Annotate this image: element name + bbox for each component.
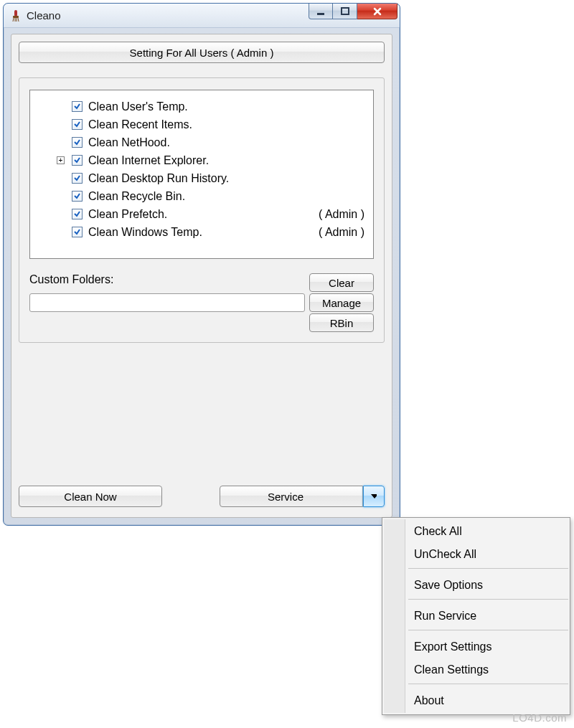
expander-icon[interactable]: +	[57, 156, 65, 164]
tree-item[interactable]: Clean User's Temp.	[33, 98, 370, 115]
svg-marker-8	[371, 494, 377, 498]
tree-item[interactable]: Clean Recycle Bin.	[33, 187, 370, 205]
svg-rect-1	[13, 16, 19, 18]
clean-now-button[interactable]: Clean Now	[19, 486, 162, 507]
menu-separator	[408, 599, 568, 605]
menu-separator	[408, 684, 568, 689]
menu-item[interactable]: UnCheck All	[384, 543, 568, 566]
tree-item-suffix: ( Admin )	[319, 223, 370, 241]
checkbox[interactable]	[72, 101, 83, 112]
tree-item-label: Clean Windows Temp.	[88, 223, 319, 241]
maximize-button[interactable]	[333, 4, 357, 19]
service-dropdown-button[interactable]	[363, 486, 385, 507]
menu-item[interactable]: Check All	[384, 520, 568, 543]
tree-item[interactable]: Clean Recent Items.	[33, 115, 370, 133]
app-icon	[9, 9, 22, 22]
checkbox[interactable]	[72, 173, 83, 184]
svg-rect-0	[14, 10, 17, 16]
svg-rect-6	[317, 13, 324, 15]
settings-all-users-button[interactable]: Setting For All Users ( Admin )	[19, 42, 385, 63]
service-dropdown-menu: Check AllUnCheck AllSave OptionsRun Serv…	[382, 517, 570, 715]
tree-item[interactable]: Clean Prefetch.( Admin )	[33, 205, 370, 223]
manage-button[interactable]: Manage	[309, 293, 374, 312]
menu-item[interactable]: Clean Settings	[384, 658, 568, 681]
tree-item-label: Clean User's Temp.	[88, 98, 370, 115]
minimize-button[interactable]	[309, 4, 333, 19]
client-area: Setting For All Users ( Admin ) Clean Us…	[11, 34, 392, 518]
window-title: Cleano	[27, 9, 61, 22]
tree-item-suffix: ( Admin )	[319, 205, 370, 223]
service-button[interactable]: Service	[220, 486, 363, 507]
menu-separator	[408, 630, 568, 635]
tree-item[interactable]: Clean Desktop Run History.	[33, 169, 370, 187]
options-panel: Clean User's Temp.Clean Recent Items.Cle…	[19, 77, 385, 343]
close-button[interactable]	[357, 4, 397, 19]
custom-folders-input[interactable]	[29, 293, 305, 312]
menu-item[interactable]: Save Options	[384, 574, 568, 597]
menu-separator	[408, 568, 568, 574]
svg-rect-7	[342, 8, 349, 14]
checkbox[interactable]	[72, 227, 83, 237]
clear-button[interactable]: Clear	[309, 273, 374, 292]
tree-item[interactable]: Clean Windows Temp.( Admin )	[33, 223, 370, 241]
tree-item[interactable]: Clean NetHood.	[33, 133, 370, 151]
main-window: Cleano Setting For All Users ( Admin ) C…	[3, 3, 400, 526]
tree-item-label: Clean Prefetch.	[88, 205, 319, 223]
watermark-text: LO4D.com	[512, 712, 567, 724]
titlebar[interactable]: Cleano	[4, 4, 400, 28]
bottom-button-row: Clean Now Service	[19, 486, 385, 507]
svg-line-2	[13, 18, 14, 22]
menu-item[interactable]: Export Settings	[384, 635, 568, 658]
chevron-down-icon	[371, 494, 377, 498]
tree-item-label: Clean Recent Items.	[88, 115, 370, 133]
tree-item-label: Clean Desktop Run History.	[88, 169, 370, 187]
rbin-button[interactable]: RBin	[309, 313, 374, 332]
checkbox[interactable]	[72, 137, 83, 148]
tree-item-label: Clean NetHood.	[88, 133, 370, 151]
window-buttons	[309, 4, 397, 19]
tree-item[interactable]: +Clean Internet Explorer.	[33, 151, 370, 169]
menu-item[interactable]: About	[384, 689, 568, 712]
tree-item-label: Clean Recycle Bin.	[88, 187, 370, 205]
checkbox[interactable]	[72, 191, 83, 202]
checkbox[interactable]	[72, 209, 83, 219]
custom-folders-label: Custom Folders:	[29, 273, 305, 286]
clean-options-tree[interactable]: Clean User's Temp.Clean Recent Items.Cle…	[29, 90, 374, 259]
checkbox[interactable]	[72, 119, 83, 130]
svg-line-5	[18, 18, 19, 22]
menu-item[interactable]: Run Service	[384, 605, 568, 628]
tree-item-label: Clean Internet Explorer.	[88, 151, 370, 169]
checkbox[interactable]	[72, 155, 83, 166]
